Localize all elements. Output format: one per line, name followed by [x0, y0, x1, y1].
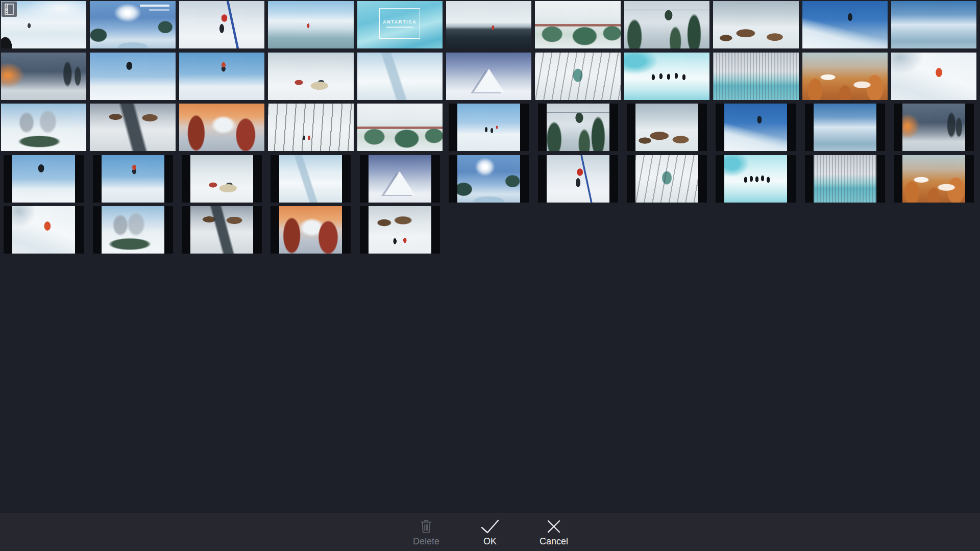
cancel-label: Cancel — [540, 537, 568, 546]
thumbnail-snow-covered-cars[interactable] — [268, 53, 353, 100]
thumbnail-mountain-valley-hiker[interactable] — [268, 1, 353, 48]
ski-lift-gondola-photo — [547, 104, 609, 151]
thumbnail-mountain-panorama[interactable] — [802, 104, 888, 151]
thumbnail-sun-over-snowy-trees[interactable] — [446, 155, 531, 203]
thumbnail-ski-lift-gondola[interactable] — [535, 104, 620, 151]
matterhorn-peak-photo — [446, 53, 531, 100]
thumbnail-sun-over-snowy-trees[interactable] — [90, 1, 175, 48]
thumbnail-snowboarder-jump[interactable] — [90, 53, 175, 100]
thumbnail-frame — [1, 53, 86, 100]
thumbnail-frame — [805, 155, 885, 203]
trash-icon — [419, 518, 433, 534]
thumbnail-mountain-panorama[interactable] — [891, 1, 976, 48]
thumbnail-snowboarder-jump[interactable] — [1, 155, 86, 203]
thumbnail-frame — [93, 206, 173, 254]
thumbnail-frame — [90, 104, 175, 151]
thumbnail-matterhorn-peak[interactable] — [446, 53, 531, 100]
thumbnail-frame — [268, 53, 353, 100]
alpine-village-photo — [713, 1, 798, 48]
thumbnail-pagoda-sunset[interactable] — [268, 206, 353, 254]
thumbnail-freestyle-jumper-village[interactable] — [90, 155, 175, 203]
thumbnail-frozen-forest-lake[interactable] — [802, 155, 888, 203]
thumbnail-frame — [179, 1, 264, 48]
thumbnail-frame — [4, 155, 84, 203]
antartica-subtitle-line — [386, 27, 413, 28]
freestyle-jumper-village-photo — [102, 155, 164, 203]
antartica-iceberg-photo: ANTARTICA — [357, 1, 443, 48]
thumbnail-frozen-forest-lake[interactable] — [713, 53, 798, 100]
bryce-canyon-snow-photo — [802, 53, 888, 100]
cancel-button[interactable]: Cancel — [528, 513, 579, 551]
thumbnail-village-walkers[interactable] — [357, 206, 443, 254]
thumbnail-slope-two-skiers[interactable] — [446, 104, 531, 151]
thumbnail-alpine-village[interactable] — [624, 104, 709, 151]
thumbnail-bryce-canyon-snow[interactable] — [891, 155, 976, 203]
powder-skier-red-photo — [12, 206, 75, 254]
thumbnail-ski-slope-skier[interactable] — [1, 1, 86, 48]
film-strip-icon — [2, 2, 17, 17]
pagoda-sunset-photo — [279, 206, 342, 254]
thumbnail-dolomites-forest[interactable] — [90, 206, 175, 254]
thumbnail-pagoda-sunset[interactable] — [179, 104, 264, 151]
thumbnail-village-river[interactable] — [90, 104, 175, 151]
thumbnail-frame — [716, 104, 796, 151]
thumbnail-penguins-on-ice[interactable] — [713, 155, 798, 203]
winter-lake-reflection-photo — [446, 1, 531, 48]
delete-button[interactable]: Delete — [401, 513, 452, 551]
thumbnail-powder-skier-red[interactable] — [891, 53, 976, 100]
thumbnail-viaduct-train-fog[interactable] — [535, 1, 620, 48]
thumbnail-castle-through-trees[interactable] — [535, 53, 620, 100]
thumbnail-matterhorn-peak[interactable] — [357, 155, 443, 203]
castle-through-trees-photo — [535, 53, 620, 100]
thumbnail-ski-lift-gondola[interactable] — [624, 1, 709, 48]
thumbnail-frame — [538, 104, 618, 151]
mountain-panorama-photo — [814, 104, 876, 151]
thumbnail-frame — [268, 1, 353, 48]
thumbnail-powder-skier-red[interactable] — [1, 206, 86, 254]
frozen-forest-lake-photo — [814, 155, 876, 203]
thumbnail-viaduct-train-fog[interactable] — [357, 104, 443, 151]
thumbnail-frame — [891, 53, 976, 100]
thumbnail-mountaineer-on-peak[interactable] — [713, 104, 798, 151]
ok-button[interactable]: OK — [464, 513, 516, 551]
thumbnail-frame — [446, 1, 531, 48]
thumbnail-frame — [360, 206, 440, 254]
thumbnail-village-river[interactable] — [179, 206, 264, 254]
slalom-skier-red-photo — [179, 1, 264, 48]
thumbnail-slalom-skier-red[interactable] — [179, 1, 264, 48]
thumbnail-frame — [894, 155, 974, 203]
thumbnail-castle-through-trees[interactable] — [624, 155, 709, 203]
sunset-snowy-valley-photo — [1, 53, 86, 100]
thumbnail-glacier-pass-hikers[interactable] — [357, 53, 443, 100]
thumbnail-dolomites-forest[interactable] — [1, 104, 86, 151]
thumbnail-frame — [802, 53, 888, 100]
thumbnail-winter-lake-reflection[interactable] — [446, 1, 531, 48]
thumbnail-sunset-snowy-valley[interactable] — [1, 53, 86, 100]
thumbnail-penguins-on-ice[interactable] — [624, 53, 709, 100]
thumbnail-forest-walkers[interactable] — [268, 104, 353, 151]
grid-row — [1, 53, 976, 100]
thumbnail-glacier-pass-hikers[interactable] — [268, 155, 353, 203]
grid-row: ANTARTICA — [1, 1, 976, 48]
thumbnail-mountaineer-on-peak[interactable] — [802, 1, 888, 48]
thumbnail-snow-covered-cars[interactable] — [179, 155, 264, 203]
thumbnail-bryce-canyon-snow[interactable] — [802, 53, 888, 100]
bryce-canyon-snow-photo — [902, 155, 965, 203]
thumbnail-frame — [538, 155, 618, 203]
grid-row — [1, 155, 976, 203]
thumbnail-sunset-snowy-valley[interactable] — [891, 104, 976, 151]
delete-label: Delete — [413, 537, 439, 546]
freestyle-jumper-village-photo — [179, 53, 264, 100]
photo-grid: ANTARTICA — [1, 1, 976, 254]
thumbnail-slalom-skier-red[interactable] — [535, 155, 620, 203]
thumbnail-frame — [716, 155, 796, 203]
viaduct-train-fog-photo — [357, 104, 443, 151]
thumbnail-antartica-iceberg[interactable]: ANTARTICA — [357, 1, 443, 48]
thumbnail-alpine-village[interactable] — [713, 1, 798, 48]
thumbnail-frame — [802, 1, 888, 48]
snowboarder-jump-photo — [90, 53, 175, 100]
sun-over-snowy-trees-photo — [90, 1, 175, 48]
thumbnail-freestyle-jumper-village[interactable] — [179, 53, 264, 100]
grid-row — [1, 206, 976, 254]
thumbnail-frame — [179, 104, 264, 151]
